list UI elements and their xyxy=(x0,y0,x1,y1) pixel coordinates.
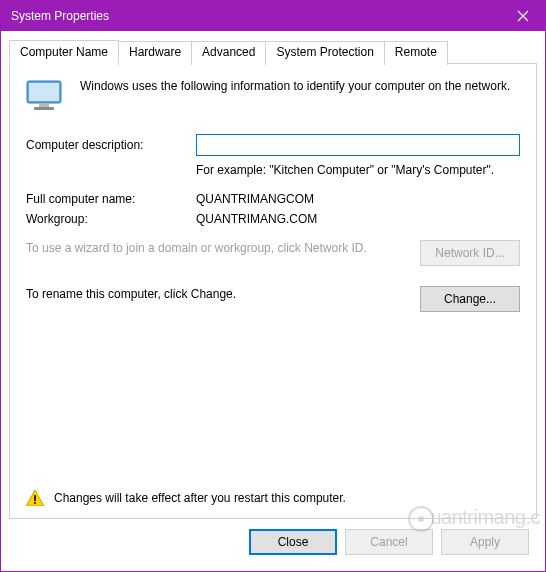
description-label: Computer description: xyxy=(26,138,196,152)
svg-rect-4 xyxy=(34,495,36,501)
description-example: For example: "Kitchen Computer" or "Mary… xyxy=(196,162,496,178)
svg-rect-1 xyxy=(29,83,59,101)
network-id-button: Network ID... xyxy=(420,240,520,266)
cancel-button: Cancel xyxy=(345,529,433,555)
svg-rect-3 xyxy=(34,107,54,110)
tab-panel: Windows uses the following information t… xyxy=(9,63,537,519)
tab-computer-name[interactable]: Computer Name xyxy=(9,40,119,64)
network-id-text: To use a wizard to join a domain or work… xyxy=(26,240,410,256)
tab-remote[interactable]: Remote xyxy=(384,41,448,65)
close-icon[interactable] xyxy=(500,1,545,31)
tab-advanced[interactable]: Advanced xyxy=(191,41,266,65)
workgroup-label: Workgroup: xyxy=(26,212,196,226)
warning-text: Changes will take effect after you resta… xyxy=(54,491,346,505)
warning-icon xyxy=(26,490,44,506)
close-button[interactable]: Close xyxy=(249,529,337,555)
window-title: System Properties xyxy=(11,9,500,23)
full-name-value: QUANTRIMANGCOM xyxy=(196,192,520,206)
tab-hardware[interactable]: Hardware xyxy=(118,41,192,65)
apply-button: Apply xyxy=(441,529,529,555)
titlebar: System Properties xyxy=(1,1,545,31)
description-input[interactable] xyxy=(196,134,520,156)
tab-system-protection[interactable]: System Protection xyxy=(265,41,384,65)
svg-rect-5 xyxy=(34,502,36,504)
tabs-row: Computer Name Hardware Advanced System P… xyxy=(9,39,537,63)
footer-buttons: Close Cancel Apply xyxy=(9,519,537,563)
change-text: To rename this computer, click Change. xyxy=(26,286,410,302)
svg-rect-2 xyxy=(39,103,49,107)
intro-text: Windows uses the following information t… xyxy=(80,78,510,116)
computer-icon xyxy=(26,78,68,116)
change-button[interactable]: Change... xyxy=(420,286,520,312)
workgroup-value: QUANTRIMANG.COM xyxy=(196,212,520,226)
full-name-label: Full computer name: xyxy=(26,192,196,206)
